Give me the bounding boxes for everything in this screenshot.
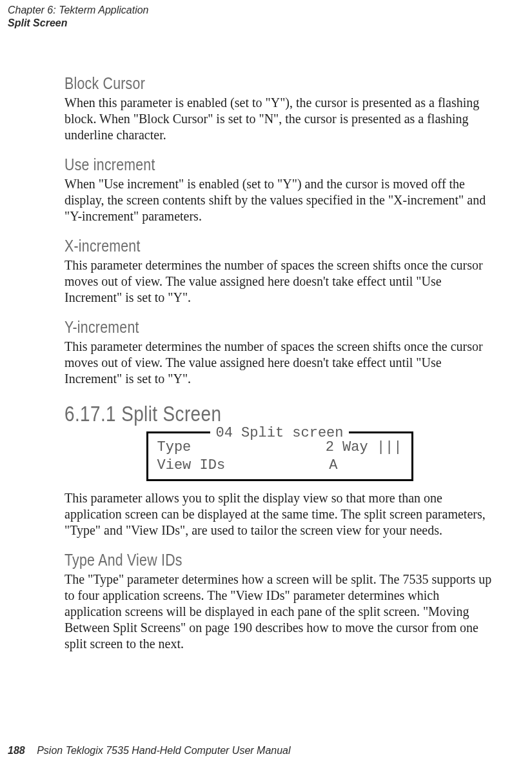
screen-row-view-ids: View IDs A [157,457,402,475]
heading-x-increment: X-increment [64,236,417,256]
page-content: Block Cursor When this parameter is enab… [64,30,495,652]
heading-block-cursor: Block Cursor [64,74,417,94]
page: Chapter 6: Tekterm Application Split Scr… [0,0,532,772]
screen-row-value: A [329,457,402,475]
header-section: Split Screen [8,17,495,30]
heading-y-increment: Y-increment [64,317,417,337]
paragraph-block-cursor: When this parameter is enabled (set to "… [64,95,495,143]
heading-type-view-ids: Type And View IDs [64,550,417,570]
page-footer: 188 Psion Teklogix 7535 Hand-Held Comput… [8,745,291,757]
page-number: 188 [8,745,25,756]
paragraph-x-increment: This parameter determines the number of … [64,257,495,306]
screen-row-label: View IDs [157,457,226,475]
book-title: Psion Teklogix 7535 Hand-Held Computer U… [37,745,290,756]
page-header: Chapter 6: Tekterm Application Split Scr… [8,0,495,30]
paragraph-type-view-ids: The "Type" parameter determines how a sc… [64,571,495,652]
screen-box: 04 Split screen Type 2 Way ||| View IDs … [146,431,413,481]
header-chapter: Chapter 6: Tekterm Application [8,4,495,17]
heading-split-screen: 6.17.1 Split Screen [64,401,417,426]
paragraph-y-increment: This parameter determines the number of … [64,339,495,387]
heading-use-increment: Use increment [64,155,417,175]
screen-title: 04 Split screen [148,424,411,442]
paragraph-use-increment: When "Use increment" is enabled (set to … [64,176,495,224]
paragraph-split-screen: This parameter allows you to split the d… [64,490,495,539]
screen-figure: 04 Split screen Type 2 Way ||| View IDs … [64,431,495,481]
screen-title-label: 04 Split screen [210,425,348,441]
